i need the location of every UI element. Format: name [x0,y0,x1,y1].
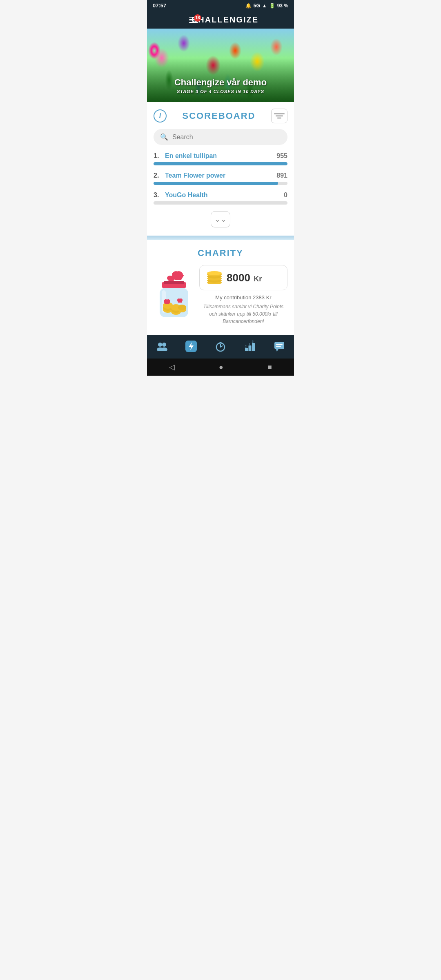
stopwatch-icon [215,341,226,352]
status-right: 🔔 5G ▲ 🔋 93 % [245,3,288,9]
score-rank-2: 2. [154,172,162,179]
network-indicator: 5G [254,3,260,9]
scoreboard-nav-icon: 2 1 3 [244,341,256,352]
svg-rect-40 [245,348,248,351]
expand-button-container: ⌄⌄ [154,211,287,227]
chevron-down-double-icon: ⌄⌄ [214,215,227,224]
score-item-1-row: 1. En enkel tullipan 955 [154,152,287,160]
svg-point-30 [158,343,162,347]
info-button[interactable]: i [154,109,167,122]
scoreboard-header: i SCOREBOARD [154,109,287,123]
app-title: CHALLENGIZE [192,15,258,24]
home-button[interactable]: ● [219,363,223,372]
charity-amount-value: 8000 [227,272,250,284]
nav-item-timer[interactable] [210,339,231,354]
svg-rect-39 [219,342,222,343]
battery-icon: 🔋 [269,3,275,9]
score-item-2-row: 2. Team Flower power 891 [154,172,287,179]
svg-rect-41 [249,345,252,351]
svg-rect-7 [164,281,184,284]
score-value-1: 955 [276,152,287,160]
score-rank-3: 3. [154,192,162,199]
charity-title: CHARITY [154,248,287,258]
progress-bar-fill-1 [154,162,287,165]
score-value-2: 891 [276,172,287,179]
score-item-1[interactable]: 1. En enkel tullipan 955 [154,152,287,165]
svg-marker-23 [177,300,183,303]
charity-amount-text: 8000 Kr [227,272,262,284]
nav-item-chat[interactable] [269,339,290,353]
search-icon: 🔍 [160,133,168,141]
status-time: 07:57 [153,2,166,9]
team-icon [156,341,167,351]
hero-title: Challengize vår demo [174,77,267,88]
back-button[interactable]: ◁ [169,363,175,372]
lightning-icon [185,341,197,352]
filter-line-3 [277,118,281,118]
app-header: 18 CHALLENGIZE [147,11,294,29]
score-rank-1: 1. [154,152,162,160]
hero-subtitle: STAGE 3 OF 4 CLOSES IN 10 DAYS [177,89,264,94]
charity-jar-illustration [154,271,194,320]
coin-stack-icon [206,271,223,284]
filter-line-1 [274,114,285,114]
menu-button[interactable]: 18 [189,17,198,23]
scoreboard-section: i SCOREBOARD 🔍 1. En enkel tullipan 955 … [147,102,294,236]
progress-bar-bg-3 [154,201,287,205]
svg-text:3: 3 [252,341,254,343]
score-rank-name-3: 3. YouGo Health [154,192,208,199]
svg-text:2: 2 [245,345,247,348]
svg-point-29 [207,271,222,275]
hero-banner: Challengize vår demo STAGE 3 OF 4 CLOSES… [147,29,294,102]
expand-button[interactable]: ⌄⌄ [211,211,230,227]
svg-text:1: 1 [249,343,250,345]
menu-line-3 [189,22,198,23]
status-bar: 07:57 🔔 5G ▲ 🔋 93 % [147,0,294,11]
chat-icon [274,341,285,352]
filter-button[interactable] [271,109,287,123]
section-divider [147,236,294,240]
charity-content: 8000 Kr My contribution 2383 Kr Tillsamm… [154,265,287,325]
charity-amount-box: 8000 Kr [199,265,287,290]
svg-rect-42 [252,343,255,351]
progress-bar-fill-2 [154,182,278,185]
menu-badge: 18 [194,14,201,22]
score-item-3-row: 3. YouGo Health 0 [154,192,287,199]
svg-point-17 [178,305,186,310]
svg-rect-46 [274,342,284,349]
score-item-2[interactable]: 2. Team Flower power 891 [154,172,287,185]
scoreboard-title: SCOREBOARD [183,111,256,121]
score-name-3: YouGo Health [165,192,208,199]
score-item-3[interactable]: 3. YouGo Health 0 [154,192,287,205]
score-name-2: Team Flower power [165,172,225,179]
charity-contribution: My contribution 2383 Kr [199,294,287,301]
search-input[interactable] [172,134,281,141]
filter-line-2 [276,116,283,116]
battery-level: 93 % [277,3,288,9]
bottom-nav: 2 1 3 [147,335,294,359]
nav-item-scoreboard[interactable]: 2 1 3 [239,339,261,354]
alarm-icon: 🔔 [245,3,252,9]
recent-button[interactable]: ■ [267,363,272,372]
search-bar[interactable]: 🔍 [154,129,287,145]
android-nav-bar: ◁ ● ■ [147,359,294,376]
progress-bar-bg-1 [154,162,287,165]
score-rank-name-2: 2. Team Flower power [154,172,225,179]
signal-icon: ▲ [262,3,267,9]
charity-section: CHARITY [147,240,294,335]
nav-item-team[interactable] [151,340,172,353]
charity-currency: Kr [254,275,262,283]
score-value-3: 0 [284,192,287,199]
progress-bar-bg-2 [154,182,287,185]
charity-description: Tillsammans samlar vi Charity Points och… [199,303,287,325]
svg-point-32 [162,343,166,347]
svg-marker-47 [276,349,278,352]
score-rank-name-1: 1. En enkel tullipan [154,152,217,160]
charity-right: 8000 Kr My contribution 2383 Kr Tillsamm… [199,265,287,325]
score-name-1: En enkel tullipan [165,152,217,160]
nav-item-activity[interactable] [180,339,202,354]
